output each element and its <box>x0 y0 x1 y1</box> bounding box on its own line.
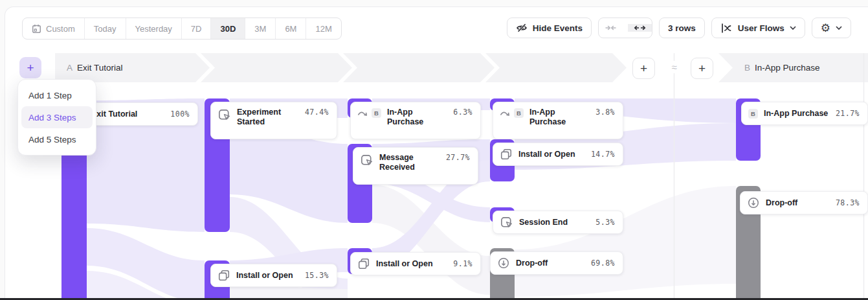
date-range-6m[interactable]: 6M <box>275 18 306 39</box>
flow-ribbon[interactable] <box>515 186 736 297</box>
menu-item-add-1-step[interactable]: Add 1 Step <box>21 84 93 106</box>
expand-columns-button[interactable] <box>628 24 652 32</box>
node-value: 21.7% <box>836 109 860 119</box>
node-label: Install or Open <box>376 259 447 269</box>
date-range-picker: Custom Today Yesterday 7D 30D 3M 6M 12M <box>22 17 342 40</box>
chevron-down-icon <box>836 26 842 30</box>
node-label: Install or Open <box>236 271 299 281</box>
flow-node-card-install-or-open-3[interactable]: Install or Open 9.1% <box>350 252 481 275</box>
flow-node-card-experiment-started[interactable]: Experiment Started 47.4% <box>210 102 337 139</box>
node-value: 6.3% <box>453 108 473 117</box>
node-value: 78.3% <box>836 198 860 208</box>
date-range-30d-selected[interactable]: 30D <box>210 18 245 39</box>
window-icon <box>500 148 513 161</box>
spacing-toggle <box>598 17 652 38</box>
node-label: In-App Purchase <box>529 108 590 127</box>
user-flows-icon <box>720 23 733 34</box>
node-value: 100% <box>170 110 190 119</box>
date-range-12m[interactable]: 12M <box>306 18 340 39</box>
rows-button[interactable]: 3 rows <box>659 17 705 38</box>
dropoff-icon <box>747 196 760 209</box>
node-label: Message Received <box>379 153 440 172</box>
add-step-before-b-button[interactable]: + <box>691 58 713 79</box>
window-icon <box>357 257 370 270</box>
flow-node-card-drop-off-4[interactable]: Drop-off 69.8% <box>490 251 623 275</box>
hide-events-label: Hide Events <box>533 23 583 33</box>
click-icon <box>500 216 513 229</box>
node-label: Session End <box>519 218 590 227</box>
step-b-badge: B <box>748 109 758 119</box>
calendar-icon <box>32 24 41 34</box>
gap-separator: ≈ <box>667 61 681 73</box>
menu-item-add-5-steps[interactable]: Add 5 Steps <box>21 128 93 150</box>
node-label: Experiment Started <box>237 108 299 127</box>
flow-node-card-exit-tutorial[interactable]: Exit Tutorial 100% <box>82 102 198 126</box>
user-flows-screen: Custom Today Yesterday 7D 30D 3M 6M 12M … <box>0 0 868 300</box>
collapse-arrows-icon <box>605 24 616 32</box>
node-label: In-App Purchase <box>387 108 447 127</box>
node-label: Drop-off <box>516 259 585 268</box>
view-mode-label: User Flows <box>738 23 785 33</box>
view-mode-dropdown[interactable]: User Flows <box>711 17 805 38</box>
step-header-segment[interactable] <box>55 53 210 82</box>
flow-node-card-in-app-purchase-3[interactable]: B In-App Purchase 6.3% <box>350 102 481 139</box>
node-value: 15.3% <box>305 271 329 281</box>
menu-item-add-3-steps-highlighted[interactable]: Add 3 Steps <box>21 106 93 128</box>
node-value: 9.1% <box>453 259 473 269</box>
expand-arrows-icon <box>634 24 646 32</box>
eye-off-icon <box>516 23 528 33</box>
collapse-columns-button[interactable] <box>599 24 623 32</box>
date-range-today[interactable]: Today <box>84 18 126 39</box>
date-range-custom[interactable]: Custom <box>23 18 84 39</box>
date-range-7d[interactable]: 7D <box>181 18 211 39</box>
node-value: 69.8% <box>591 259 615 268</box>
date-range-3m[interactable]: 3M <box>245 18 275 39</box>
step-b-badge: B <box>514 108 524 118</box>
settings-dropdown[interactable]: ⚙ <box>812 17 851 38</box>
step-header-segment[interactable] <box>201 53 352 82</box>
date-range-yesterday[interactable]: Yesterday <box>126 18 181 39</box>
indirect-arrow-icon <box>357 109 368 117</box>
step-header-segment[interactable] <box>343 53 495 82</box>
flow-node-card-install-or-open-4[interactable]: Install or Open 14.7% <box>493 143 623 166</box>
flow-node-card-drop-off-b[interactable]: Drop-off 78.3% <box>740 191 868 214</box>
click-icon <box>217 108 231 122</box>
click-icon <box>360 154 373 167</box>
add-step-button-active[interactable]: + <box>19 57 41 78</box>
step-header-segment-b[interactable] <box>718 53 868 82</box>
node-label: Drop-off <box>766 198 830 208</box>
node-label: In-App Purchase <box>764 109 830 119</box>
hide-events-button[interactable]: Hide Events <box>507 17 592 38</box>
dropoff-icon <box>497 257 510 270</box>
gear-icon: ⚙ <box>821 23 830 34</box>
node-value: 3.8% <box>595 108 615 117</box>
node-value: 5.3% <box>595 218 615 227</box>
date-range-label: Custom <box>46 24 75 34</box>
add-step-after-button[interactable]: + <box>632 58 655 79</box>
indirect-arrow-icon <box>500 109 511 117</box>
step-b-badge: B <box>372 108 381 118</box>
flow-node-card-session-end[interactable]: Session End 5.3% <box>493 211 623 234</box>
node-value: 14.7% <box>591 150 615 159</box>
toolbar-right: Hide Events 3 rows <box>507 17 851 38</box>
flow-node-card-in-app-purchase-4[interactable]: B In-App Purchase 3.8% <box>493 102 623 139</box>
flow-node-card-install-or-open-2[interactable]: Install or Open 15.3% <box>210 264 337 287</box>
node-value: 27.7% <box>446 153 470 163</box>
node-label: Exit Tutorial <box>91 110 164 119</box>
step-header-segment[interactable] <box>485 53 627 82</box>
node-label: Install or Open <box>518 150 585 159</box>
node-value: 47.4% <box>305 108 329 117</box>
rows-label: 3 rows <box>668 23 696 33</box>
flow-node-card-message-received[interactable]: Message Received 27.7% <box>353 147 478 185</box>
window-icon <box>217 269 230 282</box>
chevron-down-icon <box>790 26 796 30</box>
add-steps-menu: Add 1 Step Add 3 Steps Add 5 Steps <box>17 79 96 156</box>
flow-node-card-in-app-purchase-b[interactable]: B In-App Purchase 21.7% <box>741 102 868 125</box>
